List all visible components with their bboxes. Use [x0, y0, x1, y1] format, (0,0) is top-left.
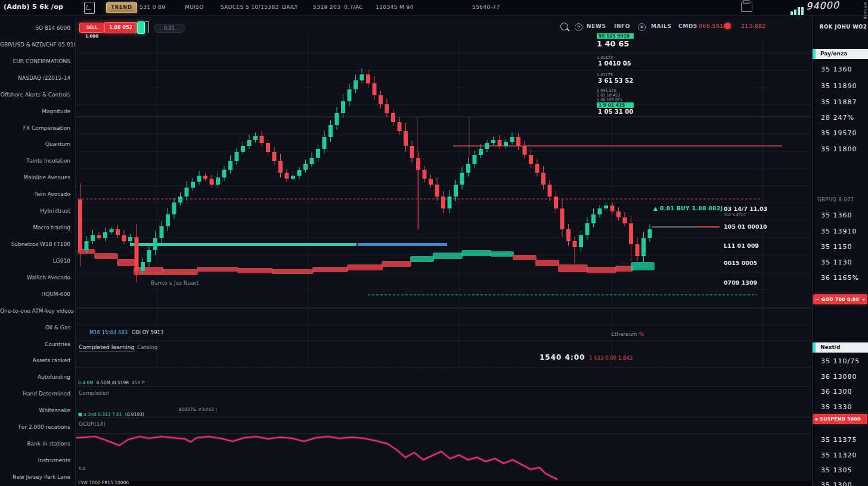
print-icon[interactable] — [741, 2, 752, 12]
indicator-label-1[interactable]: Completion — [79, 390, 110, 396]
watchlist-item[interactable]: Oil & Gas — [0, 323, 75, 333]
watchlist-item[interactable]: Twin Avocado — [0, 189, 75, 200]
trading-terminal: { "colors":{"up":"#21c99d","down":"#ef46… — [0, 0, 868, 486]
sell-price-button[interactable]: 1.08 052 — [104, 22, 137, 33]
watchlist-item[interactable]: Bank-in stations — [0, 439, 75, 449]
watchlist-item[interactable]: Macro trading — [0, 223, 75, 233]
price-flag: 1 40 65 — [597, 39, 630, 48]
top-bar-item[interactable]: 55640-77 — [472, 4, 500, 10]
dom-price-row[interactable]: 35 11800 — [821, 145, 857, 153]
dom-price-row[interactable]: 35 1130 — [821, 258, 852, 266]
dom-header: ROK JOHU WO2 — [820, 24, 867, 30]
watchlist-item[interactable]: Subnetros W18 FT100 — [0, 239, 75, 250]
dom-price-row[interactable]: 36 1165% — [821, 274, 859, 282]
alert-dot-icon[interactable] — [724, 23, 731, 29]
top-bar-item[interactable]: 0.7/AC — [344, 4, 363, 10]
dom-price-row[interactable]: 35 1330 — [821, 403, 852, 411]
dom-price-row[interactable]: 35 1360 — [821, 211, 852, 219]
dom-price-row[interactable]: 28 247% — [821, 114, 854, 122]
top-bar-item[interactable]: 5319 203 — [313, 4, 340, 10]
dom-bid-flag[interactable]: Pay/onza — [813, 49, 868, 59]
watchlist-item[interactable]: NASDAQ /22015-14 — [0, 73, 75, 83]
dom-price-row[interactable]: 35 19570 — [821, 129, 857, 137]
osc1-value-teal: 0.4 6M — [78, 380, 94, 385]
info-menu[interactable]: INFO — [614, 23, 630, 29]
dom-price-row[interactable]: 36 1300 — [821, 388, 852, 395]
session-time: 1540 4:00 — [540, 353, 585, 362]
axis-price-label: 0015 0005 — [723, 260, 758, 266]
indicator-values-2: ■ a 2nd 0.313 7.61 (0.9193) — [78, 407, 144, 418]
history-id: GBI OY 5913 — [132, 329, 163, 335]
indicator-label-2[interactable]: OCUR(14) — [79, 421, 106, 427]
axis-price-label: 302 5-6701 — [723, 213, 748, 217]
dom-price-row[interactable]: 35 1360 — [821, 66, 852, 73]
chevron-right-icon[interactable]: ▸ — [863, 294, 866, 304]
volume-bars-icon — [790, 4, 805, 15]
buy-button[interactable] — [137, 21, 145, 34]
lot-size-field[interactable]: 0.01 — [154, 24, 185, 33]
mails-menu[interactable]: MAILS — [651, 23, 672, 29]
top-bar-item[interactable]: MUI5O — [185, 4, 204, 10]
dom-price-row[interactable]: 35 13910 — [821, 228, 857, 235]
watchlist-item[interactable]: Assets ranked — [0, 356, 75, 366]
watchlist-item[interactable]: Hand Determined — [0, 389, 75, 399]
search-icon[interactable] — [560, 23, 568, 30]
watchlist-item[interactable]: Autofunding — [0, 372, 75, 382]
watchlist-item[interactable]: Quantum — [0, 139, 75, 149]
top-bar-item[interactable]: SAUCES 5 10/15382 — [221, 4, 279, 10]
watchlist-item[interactable]: HQUM-600 — [0, 289, 75, 300]
dom-price-row[interactable]: 35 11890 — [821, 82, 857, 90]
watchlist-item[interactable]: For 2,000 recations — [0, 422, 75, 432]
dom-price-row[interactable]: 35 110/75 — [821, 357, 860, 365]
watchlist-item[interactable]: Instruments — [0, 456, 75, 466]
tab-completed[interactable]: Completed learning — [79, 344, 135, 351]
tab-catalog[interactable]: Catalog — [137, 344, 158, 350]
globe-icon[interactable]: ◔ — [575, 23, 582, 31]
watchlist-item[interactable]: FX Compensation — [0, 123, 75, 133]
dom-ask-flag[interactable]: Next/d — [813, 342, 868, 353]
dom-price-row[interactable]: 35 1300 — [821, 481, 852, 486]
top-bar-item[interactable]: DAILY — [282, 4, 298, 10]
sell-button[interactable]: SELL 1.080 — [79, 23, 104, 33]
watchlist-item[interactable]: Wallich Avocado — [0, 273, 75, 283]
top-bar-item[interactable]: 110345 M 94 — [376, 4, 414, 10]
news-menu[interactable]: NEWS — [587, 23, 606, 29]
top-bar-item[interactable]: 531 0 89 — [140, 4, 165, 10]
watchlist-item[interactable]: Whitesnake — [0, 406, 75, 416]
axis-price-label: L11 01 009 — [723, 242, 760, 249]
dom-price-row[interactable]: 36 13080 — [821, 373, 857, 381]
dom-sell-order-button[interactable]: — GOO 700 0.00 ▸ — [813, 294, 867, 304]
watchlist-item[interactable]: GBP/USD & NZD/CHF 05-010 — [0, 40, 75, 50]
history-link[interactable]: M16 15:44 483 — [89, 329, 128, 335]
watchlist-item[interactable]: New Jersey Park Lane — [0, 472, 75, 482]
trend-button[interactable]: TREND — [106, 2, 137, 13]
dom-price-row[interactable]: 35 11887 — [821, 98, 857, 106]
watchlist-item[interactable]: One-to-one ATM-key videos on — [0, 306, 75, 316]
account-number: 94000 — [806, 0, 840, 12]
open-position-label[interactable]: ▲ 0.01 BUY 1.08 082J — [653, 205, 723, 211]
watchlist-item[interactable]: LG910 — [0, 256, 75, 266]
dom-price-row[interactable]: 35 11375 — [821, 436, 857, 444]
alert-price-2: 213-882 — [741, 23, 766, 29]
dom-price-row[interactable]: 35 1305 — [821, 466, 852, 474]
new-order-icon[interactable] — [84, 2, 95, 14]
cmds-menu[interactable]: CMDS — [678, 23, 698, 29]
watchlist-item[interactable]: Magnitude — [0, 107, 75, 117]
order-bracket-icon — [145, 21, 149, 33]
indicator-values-1: 0.4 6M 0.51M /0.5198 453 P — [78, 375, 144, 387]
watchlist-item[interactable]: Offshore Alerts & Controls — [0, 90, 75, 100]
dom-price-row[interactable]: 35 1150 — [821, 243, 852, 251]
watchlist-item[interactable]: Countries — [0, 339, 75, 350]
watchlist-item[interactable]: SO 814 6000 — [0, 23, 75, 33]
dom-suspend-button[interactable]: ▪ SUSPEND 5000 — [813, 414, 867, 424]
dom-price-row[interactable]: 35 11320 — [821, 451, 857, 459]
watchlist-item[interactable]: Paints Insulation — [0, 156, 75, 166]
osc1-value-white: 0.51M /0.5198 — [97, 380, 129, 385]
price-flag: 1 09 1E5 0T1 — [597, 98, 630, 102]
minus-icon[interactable]: — — [815, 294, 820, 304]
watchlist-item[interactable]: Mainline Avenues — [0, 173, 75, 183]
profile-icon[interactable]: ◉ — [638, 23, 646, 31]
watchlist-item[interactable]: Hybridtrust — [0, 206, 75, 216]
square-icon[interactable]: ▪ — [815, 414, 818, 424]
watchlist-item[interactable]: EUR CONFIRMATIONS — [0, 57, 75, 67]
